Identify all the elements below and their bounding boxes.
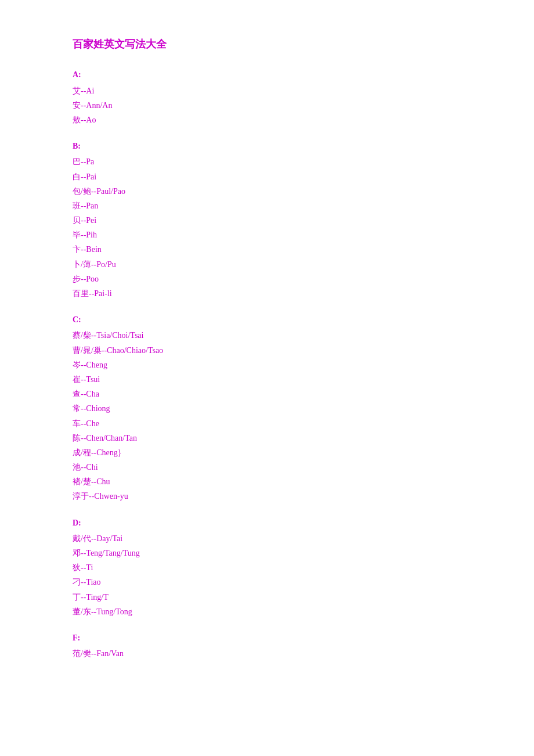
list-item: 安--Ann/An <box>73 98 461 113</box>
list-item: 班--Pan <box>73 199 461 213</box>
list-item: 艾--Ai <box>73 84 461 98</box>
section-header: A: <box>73 67 461 82</box>
list-item: 范/樊--Fan/Van <box>73 646 461 661</box>
section-header: D: <box>73 516 461 530</box>
section-header: C: <box>73 312 461 327</box>
content-area: A:艾--Ai安--Ann/An敖--AoB:巴--Pa白--Pai包/鲍--P… <box>73 67 461 661</box>
section-f: F:范/樊--Fan/Van <box>73 631 461 661</box>
list-item: 卞--Bein <box>73 242 461 257</box>
list-item: 敖--Ao <box>73 113 461 127</box>
list-item: 贝--Pei <box>73 213 461 228</box>
list-item: 步--Poo <box>73 272 461 286</box>
list-item: 褚/楚--Chu <box>73 474 461 489</box>
section-b: B:巴--Pa白--Pai包/鲍--Paul/Pao班--Pan贝--Pei毕-… <box>73 139 461 301</box>
list-item: 毕--Pih <box>73 228 461 242</box>
list-item: 邓--Teng/Tang/Tung <box>73 546 461 560</box>
list-item: 常--Chiong <box>73 401 461 416</box>
list-item: 董/东--Tung/Tong <box>73 604 461 619</box>
list-item: 淳于--Chwen-yu <box>73 489 461 503</box>
list-item: 查--Cha <box>73 387 461 401</box>
list-item: 包/鲍--Paul/Pao <box>73 184 461 199</box>
list-item: 巴--Pa <box>73 154 461 169</box>
list-item: 池--Chi <box>73 460 461 474</box>
list-item: 岑--Cheng <box>73 358 461 372</box>
list-item: 成/程--Cheng} <box>73 445 461 460</box>
section-a: A:艾--Ai安--Ann/An敖--Ao <box>73 67 461 127</box>
list-item: 丁--Ting/T <box>73 590 461 604</box>
section-c: C:蔡/柴--Tsia/Choi/Tsai曹/晁/巢--Chao/Chiao/T… <box>73 312 461 503</box>
list-item: 白--Pai <box>73 170 461 184</box>
section-header: B: <box>73 139 461 153</box>
list-item: 陈--Chen/Chan/Tan <box>73 431 461 445</box>
section-d: D:戴/代--Day/Tai邓--Teng/Tang/Tung狄--Ti刁--T… <box>73 516 461 619</box>
list-item: 车--Che <box>73 416 461 431</box>
list-item: 狄--Ti <box>73 560 461 575</box>
list-item: 卜/薄--Po/Pu <box>73 257 461 272</box>
list-item: 蔡/柴--Tsia/Choi/Tsai <box>73 328 461 343</box>
list-item: 戴/代--Day/Tai <box>73 531 461 546</box>
list-item: 百里--Pai-li <box>73 286 461 301</box>
section-header: F: <box>73 631 461 645</box>
page-title: 百家姓英文写法大全 <box>73 35 461 53</box>
list-item: 曹/晁/巢--Chao/Chiao/Tsao <box>73 343 461 358</box>
list-item: 崔--Tsui <box>73 372 461 387</box>
list-item: 刁--Tiao <box>73 575 461 589</box>
